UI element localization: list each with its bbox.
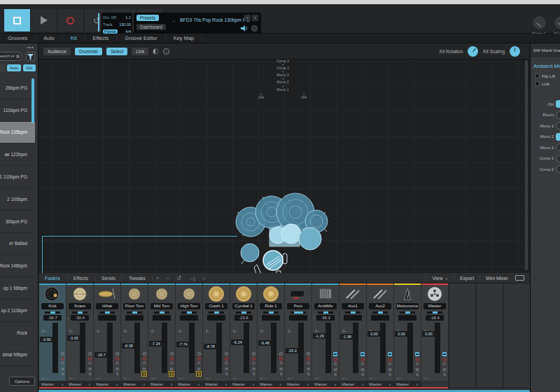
phase-invert-icon[interactable]: ∅ — [170, 361, 174, 365]
pan-slider[interactable] — [94, 310, 120, 314]
channel-state-icon[interactable] — [170, 352, 174, 356]
comp-1-level-knob[interactable] — [556, 155, 560, 162]
fader-value[interactable]: -3.05 — [67, 335, 80, 341]
pan-slider[interactable] — [421, 310, 448, 314]
fader-value[interactable]: -18.7 — [94, 352, 108, 358]
channel-state-icon[interactable] — [307, 352, 310, 356]
preset-name[interactable]: BFD3 70s Pop Rock 130bpm PG — [180, 18, 250, 22]
fader-track[interactable] — [435, 323, 440, 373]
mixer-tool-icon-4[interactable]: →| — [185, 275, 199, 281]
mute-button[interactable]: M — [307, 367, 310, 371]
phase-invert-icon[interactable]: ∅ — [225, 361, 228, 365]
mic-marker-oh-2[interactable]: + OH — [288, 92, 319, 99]
mute-button[interactable]: M — [197, 367, 201, 371]
groove-list-item[interactable]: op 2 110bpm — [0, 300, 35, 322]
bus-route-icon[interactable] — [388, 352, 392, 356]
solo-button[interactable]: S — [116, 372, 119, 376]
groove-list-item[interactable]: Rock 146bpm — [0, 255, 35, 277]
fader-value[interactable]: 0.00 — [368, 331, 381, 337]
channel-name[interactable]: High Tom — [178, 303, 200, 309]
mixer-channel-perc[interactable]: Perc 0– -15.0 ∅ M S -∞ – Master∨ — [285, 284, 312, 387]
peak-readout[interactable]: -23.6 — [234, 315, 253, 321]
fader-value[interactable]: -6.24 — [231, 340, 244, 345]
sidebar-menu-icon[interactable]: ••• — [27, 45, 34, 50]
record-arm-icon[interactable] — [388, 358, 392, 361]
tempo-value[interactable]: 130.00 — [119, 22, 131, 27]
cowbell-shape[interactable] — [283, 253, 287, 264]
record-arm-icon[interactable] — [443, 358, 447, 361]
channel-name[interactable]: Master — [424, 303, 446, 309]
glob-filter-button[interactable]: Glo — [23, 64, 35, 71]
prev-value-arrow[interactable]: ‹ — [67, 315, 69, 321]
fader-track[interactable] — [216, 323, 222, 373]
drum-kit-top-view[interactable] — [227, 186, 340, 273]
mono-1-level-knob[interactable] — [556, 122, 560, 130]
prev-value-arrow[interactable]: ‹ — [40, 315, 41, 321]
mute-button[interactable]: M — [61, 367, 64, 371]
record-arm-icon[interactable] — [307, 357, 310, 360]
comp-2-level-knob[interactable] — [556, 165, 560, 173]
peak-readout[interactable] — [344, 315, 362, 321]
fader-zone[interactable]: 0– -15.0 ∅ M S -∞ – — [285, 321, 312, 381]
mixer-channel-mid-tom[interactable]: Mid Tom 0– -7.24 ∅ M S -∞ – Master∨ — [148, 284, 175, 387]
fader-value[interactable]: -1.29 — [313, 333, 326, 339]
phase-invert-icon[interactable]: ∅ — [443, 362, 447, 366]
partial-button[interactable] — [0, 64, 5, 71]
fader-zone[interactable]: 0– 0.00 ∅ M S -∞ – — [421, 321, 448, 381]
solo-button[interactable]: S — [225, 372, 228, 376]
solo-button[interactable]: S — [443, 372, 446, 377]
fader-zone[interactable]: 0– -3.05 ∅ M S -∞ – — [66, 321, 93, 381]
pan-slider[interactable] — [176, 310, 202, 314]
bus-route-icon[interactable] — [415, 352, 419, 356]
pan-slider[interactable] — [340, 310, 366, 314]
groove-list-item[interactable]: 1 110bpm PG — [0, 166, 35, 188]
time-signature-value[interactable]: 4/4 — [125, 29, 131, 34]
fader-value[interactable]: 0.00 — [395, 331, 408, 337]
fader-value[interactable]: -6.48 — [258, 340, 272, 346]
phase-invert-icon[interactable]: ∅ — [143, 361, 146, 365]
pan-slider[interactable] — [230, 310, 257, 314]
channel-name[interactable]: Cymbal 1 — [232, 303, 255, 309]
fader-value[interactable]: -7.24 — [149, 341, 162, 346]
solo-button[interactable]: S — [280, 372, 283, 376]
fader-track[interactable] — [134, 323, 140, 373]
hihat-shape[interactable] — [241, 244, 259, 262]
channel-name[interactable]: Metronome — [396, 303, 419, 309]
fader-track[interactable] — [162, 323, 167, 373]
fader-zone[interactable]: 0– -7.74 ∅ M S -∞ – — [176, 321, 202, 381]
mute-button[interactable]: M — [416, 368, 419, 372]
kit-area-scrollbar[interactable] — [525, 60, 528, 270]
mute-button[interactable]: M — [115, 367, 119, 371]
solo-button[interactable]: S — [89, 372, 92, 376]
mixer-scrollbar[interactable] — [38, 390, 530, 392]
record-arm-icon[interactable] — [279, 357, 283, 360]
pan-slider[interactable] — [203, 310, 230, 314]
record-arm-icon[interactable] — [143, 357, 146, 360]
mute-button[interactable]: M — [88, 367, 92, 371]
mini-mixer-button[interactable]: Mini Mixer — [479, 276, 514, 281]
peak-readout[interactable] — [125, 315, 144, 321]
link-button[interactable]: Link — [132, 48, 148, 55]
peak-readout[interactable] — [371, 315, 389, 321]
kit-rotation-knob[interactable] — [468, 46, 478, 57]
peak-readout[interactable] — [289, 315, 307, 321]
fader-track[interactable] — [80, 323, 85, 373]
groove-list-item[interactable]: strial 99bpm — [0, 344, 35, 367]
fader-value[interactable]: -1.98 — [340, 334, 354, 340]
fader-value[interactable]: -15.0 — [286, 348, 299, 354]
mini-mixer-icon[interactable] — [515, 275, 524, 281]
groove-list-item[interactable]: op 1 96bpm — [0, 277, 35, 300]
fader-track[interactable] — [271, 323, 276, 373]
peak-readout[interactable]: -36.7‹ — [43, 315, 62, 321]
mixer-tab-faders[interactable]: Faders — [38, 276, 67, 281]
groove-list-item[interactable]: Rock 135bpm — [0, 122, 35, 144]
mute-button[interactable]: M — [143, 367, 146, 371]
fader-track[interactable] — [326, 323, 331, 373]
solo-button[interactable]: S — [62, 372, 64, 376]
mixer-channel-floor-tom[interactable]: Floor Tom 0– -8.38 ∅ M S -∞ – Master∨ — [121, 284, 148, 387]
filter-button[interactable] — [26, 52, 35, 61]
channel-name[interactable]: Aux1 — [342, 303, 364, 309]
play-button[interactable] — [31, 9, 57, 31]
solo-button[interactable]: S — [197, 372, 201, 376]
groove-list-item[interactable]: Rock — [0, 322, 35, 344]
